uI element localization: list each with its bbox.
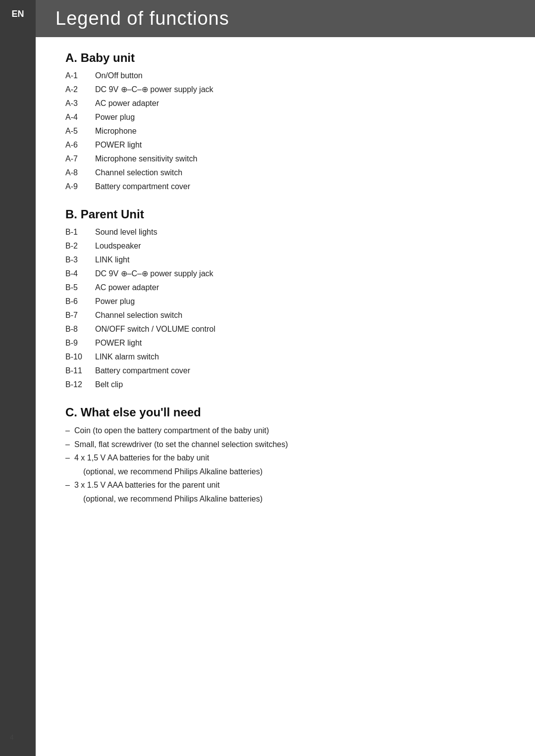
list-item: A-1On/Off button bbox=[65, 70, 505, 82]
list-item: A-9Battery compartment cover bbox=[65, 181, 505, 193]
parent-unit-heading: B. Parent Unit bbox=[65, 207, 505, 221]
list-item: B-6Power plug bbox=[65, 296, 505, 307]
item-desc: Channel selection switch bbox=[95, 309, 182, 321]
item-desc: AC power adapter bbox=[95, 98, 159, 109]
list-item: Small, flat screwdriver (to set the chan… bbox=[65, 438, 505, 451]
item-desc: ON/OFF switch / VOLUME control bbox=[95, 323, 215, 335]
list-item: Coin (to open the battery compartment of… bbox=[65, 424, 505, 437]
content-body: A. Baby unit A-1On/Off buttonA-2DC 9V ⊕–… bbox=[36, 51, 535, 540]
item-code: B-2 bbox=[65, 240, 95, 252]
item-desc: Microphone bbox=[95, 125, 137, 137]
item-code: A-4 bbox=[65, 111, 95, 123]
item-code: B-4 bbox=[65, 268, 95, 280]
list-item: A-3AC power adapter bbox=[65, 98, 505, 109]
list-item: A-7Microphone sensitivity switch bbox=[65, 153, 505, 165]
item-desc: LINK alarm switch bbox=[95, 351, 159, 363]
item-desc: Battery compartment cover bbox=[95, 181, 190, 193]
parent-unit-list: B-1Sound level lightsB-2LoudspeakerB-3LI… bbox=[65, 226, 505, 391]
baby-unit-heading: A. Baby unit bbox=[65, 51, 505, 65]
item-desc: Sound level lights bbox=[95, 226, 157, 238]
item-desc: Loudspeaker bbox=[95, 240, 141, 252]
left-sidebar: EN bbox=[0, 0, 36, 756]
list-item: A-8Channel selection switch bbox=[65, 167, 505, 179]
sub-item: (optional, we recommend Philips Alkaline… bbox=[65, 493, 505, 505]
item-code: A-6 bbox=[65, 139, 95, 151]
list-item: B-11Battery compartment cover bbox=[65, 365, 505, 377]
list-item: 4 x 1,5 V AA batteries for the baby unit bbox=[65, 452, 505, 464]
item-code: B-11 bbox=[65, 365, 95, 377]
item-desc: Power plug bbox=[95, 111, 135, 123]
item-desc: LINK light bbox=[95, 254, 129, 266]
list-item: B-5AC power adapter bbox=[65, 282, 505, 294]
list-item: B-7Channel selection switch bbox=[65, 309, 505, 321]
main-content: Legend of functions A. Baby unit A-1On/O… bbox=[36, 0, 535, 756]
what-you-need-section: C. What else you'll need Coin (to open t… bbox=[65, 405, 505, 505]
what-you-need-heading: C. What else you'll need bbox=[65, 405, 505, 419]
list-item: B-1Sound level lights bbox=[65, 226, 505, 238]
item-code: A-2 bbox=[65, 84, 95, 96]
list-item: B-2Loudspeaker bbox=[65, 240, 505, 252]
item-code: A-8 bbox=[65, 167, 95, 179]
item-code: B-1 bbox=[65, 226, 95, 238]
item-code: A-7 bbox=[65, 153, 95, 165]
title-bar: Legend of functions bbox=[36, 0, 535, 37]
item-code: B-3 bbox=[65, 254, 95, 266]
list-item: A-2DC 9V ⊕–C–⊕ power supply jack bbox=[65, 84, 505, 96]
item-code: B-6 bbox=[65, 296, 95, 307]
item-code: B-10 bbox=[65, 351, 95, 363]
item-code: B-7 bbox=[65, 309, 95, 321]
item-code: A-5 bbox=[65, 125, 95, 137]
list-item: B-8ON/OFF switch / VOLUME control bbox=[65, 323, 505, 335]
list-item: A-4Power plug bbox=[65, 111, 505, 123]
item-code: B-12 bbox=[65, 379, 95, 391]
list-item: A-5Microphone bbox=[65, 125, 505, 137]
list-item: B-3LINK light bbox=[65, 254, 505, 266]
item-code: B-8 bbox=[65, 323, 95, 335]
item-desc: Battery compartment cover bbox=[95, 365, 190, 377]
item-desc: Microphone sensitivity switch bbox=[95, 153, 197, 165]
item-desc: POWER light bbox=[95, 337, 142, 349]
item-code: A-3 bbox=[65, 98, 95, 109]
item-desc: AC power adapter bbox=[95, 282, 159, 294]
what-you-need-list: Coin (to open the battery compartment of… bbox=[65, 424, 505, 505]
page-container: EN Legend of functions A. Baby unit A-1O… bbox=[0, 0, 535, 756]
item-code: B-5 bbox=[65, 282, 95, 294]
item-code: B-9 bbox=[65, 337, 95, 349]
page-title: Legend of functions bbox=[55, 8, 515, 29]
item-desc: POWER light bbox=[95, 139, 142, 151]
item-desc: DC 9V ⊕–C–⊕ power supply jack bbox=[95, 268, 214, 280]
lang-badge: EN bbox=[0, 0, 36, 28]
item-desc: DC 9V ⊕–C–⊕ power supply jack bbox=[95, 84, 214, 96]
list-item: B-10LINK alarm switch bbox=[65, 351, 505, 363]
list-item: B-9POWER light bbox=[65, 337, 505, 349]
list-item: A-6POWER light bbox=[65, 139, 505, 151]
item-desc: Power plug bbox=[95, 296, 135, 307]
parent-unit-section: B. Parent Unit B-1Sound level lightsB-2L… bbox=[65, 207, 505, 391]
item-desc: Belt clip bbox=[95, 379, 123, 391]
item-code: A-9 bbox=[65, 181, 95, 193]
list-item: B-4DC 9V ⊕–C–⊕ power supply jack bbox=[65, 268, 505, 280]
item-code: A-1 bbox=[65, 70, 95, 82]
list-item: 3 x 1.5 V AAA batteries for the parent u… bbox=[65, 479, 505, 492]
baby-unit-list: A-1On/Off buttonA-2DC 9V ⊕–C–⊕ power sup… bbox=[65, 70, 505, 193]
sub-item: (optional, we recommend Philips Alkaline… bbox=[65, 465, 505, 478]
item-desc: Channel selection switch bbox=[95, 167, 182, 179]
page-number: 4 bbox=[10, 733, 14, 741]
baby-unit-section: A. Baby unit A-1On/Off buttonA-2DC 9V ⊕–… bbox=[65, 51, 505, 193]
list-item: B-12Belt clip bbox=[65, 379, 505, 391]
item-desc: On/Off button bbox=[95, 70, 143, 82]
